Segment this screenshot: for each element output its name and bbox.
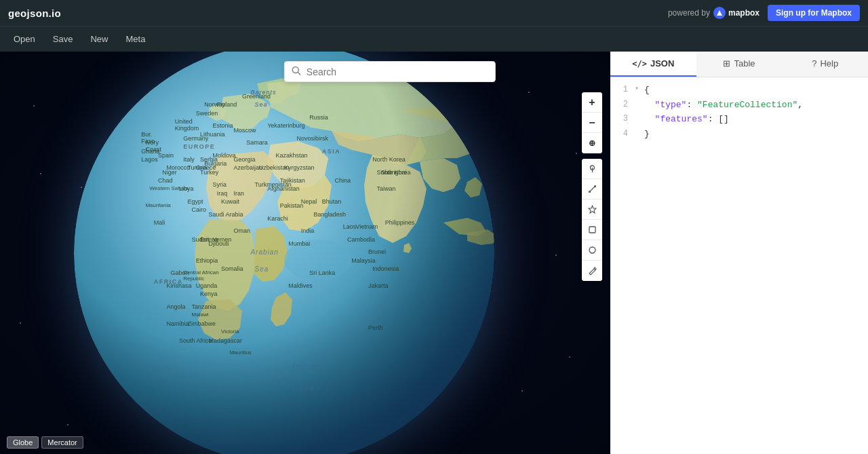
draw-circle-button[interactable] [582,240,602,261]
nav-meta[interactable]: Meta [117,31,153,47]
zoom-in-button[interactable]: + [582,92,602,113]
json-icon: </> [632,59,647,69]
draw-line-button[interactable] [582,179,602,200]
svg-point-6 [594,185,596,187]
svg-point-1 [74,52,494,454]
search-icon [292,66,301,77]
drawing-tools [582,159,602,281]
globe-view-button[interactable]: Globe [7,436,39,449]
svg-rect-8 [589,227,595,233]
tab-help[interactable]: ? Help [782,52,868,77]
svg-point-5 [589,191,591,193]
map-container[interactable]: Barents Sea Greenland Finland Norway Swe… [0,52,610,454]
mapbox-icon [713,7,726,19]
search-input[interactable] [307,67,488,77]
map-controls: + − ⊕ [582,92,602,281]
marker-tool-button[interactable] [582,159,602,179]
json-line-2: 2 "type": "FeatureCollection", [610,98,868,113]
json-line-3: 3 "features": [] [610,112,868,127]
tab-json[interactable]: </> JSON [610,52,696,77]
svg-line-3 [298,73,300,75]
json-line-4: 4 } [610,127,868,142]
globe: Barents Sea Greenland Finland Norway Swe… [74,52,494,454]
zoom-controls: + − ⊕ [582,92,602,153]
nav-save[interactable]: Save [45,31,81,47]
tab-table[interactable]: ⊞ Table [696,52,783,77]
powered-by: powered by mapbox [668,7,760,19]
right-panel: </> JSON ⊞ Table ? Help 1 ▾ { 2 [610,52,868,454]
header: geojson.io powered by mapbox Sign up for… [0,0,868,26]
map-view-toggle: Globe Mercator [7,436,83,449]
panel-tabs: </> JSON ⊞ Table ? Help [610,52,868,77]
globe-map [74,52,494,454]
edit-tool-button[interactable] [582,261,602,281]
reset-north-button[interactable]: ⊕ [582,133,602,153]
navbar: Open Save New Meta [0,26,868,52]
json-line-1: 1 ▾ { [610,83,868,98]
signup-button[interactable]: Sign up for Mapbox [768,5,860,21]
star-tool-button[interactable] [582,200,602,220]
help-icon: ? [812,58,816,69]
zoom-out-button[interactable]: − [582,113,602,133]
main: Barents Sea Greenland Finland Norway Swe… [0,52,868,454]
mapbox-logo: mapbox [713,7,760,19]
logo: geojson.io [8,7,61,19]
table-icon: ⊞ [723,58,730,69]
search-box [284,61,496,82]
mercator-view-button[interactable]: Mercator [41,436,83,449]
svg-point-9 [589,247,595,253]
draw-polygon-button[interactable] [582,220,602,240]
nav-open[interactable]: Open [5,31,43,47]
json-editor[interactable]: 1 ▾ { 2 "type": "FeatureCollection", 3 "… [610,77,868,454]
svg-marker-7 [589,206,596,213]
nav-new[interactable]: New [82,31,116,47]
search-container [284,61,496,82]
header-left: geojson.io [8,7,61,19]
